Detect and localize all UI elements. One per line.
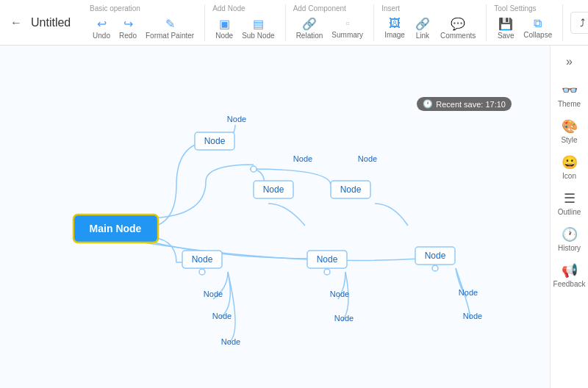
branch-dot-1 [251,166,257,172]
sidebar-item-history[interactable]: 🕐 History [553,222,586,256]
image-label: Image [384,31,405,39]
leaf-l2-1: Node [330,290,349,298]
header-right: ⤴ Share ⬆ Export [570,12,588,34]
image-icon: 🖼 [389,17,401,30]
right-sidebar: » 👓 Theme 🎨 Style 😀 Icon ☰ Outline 🕐 His… [550,46,588,388]
redo-icon: ↪ [123,17,133,31]
toolbar-group-add-node: Add Node ▣ Node ▤ Sub Node [212,4,285,41]
child-node-1-text: Node [263,184,284,195]
icon-icon: 😀 [562,154,578,170]
redo-label: Redo [119,32,137,40]
toolbar-group-basic: Basic operation ↩ Undo ↪ Redo ✎ Format P… [90,4,205,41]
leaf-label-upper-mid: Node [293,154,312,163]
toolbar-group-label-basic: Basic operation [90,4,140,12]
outline-label: Outline [558,208,581,216]
toolbar-group-add-component: Add Component 🔗 Relation ▫ Summary [293,4,375,41]
recent-save-text: Recent save: 17:10 [436,100,506,109]
link-icon: 🔗 [415,17,430,31]
leaf-l1-2: Node [212,312,232,320]
history-label: History [558,244,581,252]
undo-label: Undo [93,32,110,40]
relation-button[interactable]: 🔗 Relation [293,15,326,41]
header: ← Untitled Basic operation ↩ Undo ↪ Redo… [0,0,588,46]
theme-icon: 👓 [562,82,578,98]
main-node-text: Main Node [90,223,142,234]
save-icon: 💾 [498,17,513,31]
format-painter-label: Format Painter [146,32,194,40]
add-node-button[interactable]: ▣ Node [212,15,236,41]
leaf-l3-1: Node [459,288,478,297]
relation-icon: 🔗 [302,17,317,31]
theme-label: Theme [558,100,581,108]
link-button[interactable]: 🔗 Link [411,15,434,41]
sidebar-item-theme[interactable]: 👓 Theme [553,78,586,112]
comments-label: Comments [440,32,476,40]
sub-node-label: Sub Node [242,32,274,40]
leaf-l2-2: Node [334,314,354,323]
format-painter-button[interactable]: ✎ Format Painter [143,15,197,41]
style-label: Style [561,136,577,144]
history-icon: 🕐 [562,226,578,242]
toolbar-group-label-add-component: Add Component [293,4,346,12]
sidebar-item-feedback[interactable]: 📢 Feedback [553,258,586,292]
toolbar-items-basic: ↩ Undo ↪ Redo ✎ Format Painter [90,15,197,41]
sidebar-item-outline[interactable]: ☰ Outline [553,186,586,220]
undo-icon: ↩ [97,17,107,31]
toolbar-items-add-component: 🔗 Relation ▫ Summary [293,15,367,41]
recent-save-badge: 🕐 Recent save: 17:10 [417,97,512,111]
sub-node-icon: ▤ [253,17,264,31]
comments-button[interactable]: 💬 Comments [437,15,478,41]
leaf-l1-3: Node [221,337,240,346]
save-button[interactable]: 💾 Save [494,15,517,41]
toolbar-group-insert: Insert 🖼 Image 🔗 Link 💬 Comments [381,4,487,41]
summary-button[interactable]: ▫ Summary [329,15,366,40]
recent-save-icon: 🕐 [423,99,433,109]
link-label: Link [416,32,429,40]
collapse-icon: ⧉ [534,17,542,30]
toolbar-group-label-insert: Insert [381,4,400,12]
lower-node-2-text: Node [317,254,338,265]
canvas[interactable]: 🕐 Recent save: 17:10 [0,46,550,388]
toolbar-group-label-add-node: Add Node [212,4,245,12]
share-icon: ⤴ [580,17,585,29]
child-node-2-text: Node [340,184,362,195]
node-icon: ▣ [219,17,230,31]
lower-node-3-text: Node [425,251,446,261]
upper-node-text: Node [204,136,226,146]
style-icon: 🎨 [562,118,578,134]
format-painter-icon: ✎ [165,17,175,31]
lower-node-1-text: Node [192,254,213,265]
leaf-label-upper-right: Node [358,154,377,163]
share-button[interactable]: ⤴ Share [570,12,588,34]
page-title: Untitled [31,16,75,29]
main-area: 🕐 Recent save: 17:10 [0,46,588,388]
sidebar-collapse-button[interactable]: » [556,51,583,72]
toolbar-items-add-node: ▣ Node ▤ Sub Node [212,15,277,41]
leaf-text-top: Node [227,115,246,123]
node-label: Node [215,32,233,40]
icon-label: Icon [562,172,576,180]
redo-button[interactable]: ↪ Redo [116,15,140,41]
feedback-icon: 📢 [562,262,578,279]
summary-icon: ▫ [345,17,350,30]
summary-label: Summary [331,31,363,39]
outline-icon: ☰ [564,190,576,206]
toolbar-items-tool-settings: 💾 Save ⧉ Collapse [494,15,555,41]
undo-button[interactable]: ↩ Undo [90,15,113,41]
leaf-l3-2: Node [463,312,482,320]
add-sub-node-button[interactable]: ▤ Sub Node [239,15,277,41]
comments-icon: 💬 [451,17,465,31]
back-button[interactable]: ← [6,13,26,32]
save-label: Save [498,32,514,40]
collapse-button[interactable]: ⧉ Collapse [520,15,555,40]
sidebar-item-style[interactable]: 🎨 Style [553,114,586,148]
sidebar-item-icon[interactable]: 😀 Icon [553,150,586,184]
toolbar-group-tool-settings: Tool Settings 💾 Save ⧉ Collapse [494,4,563,41]
relation-label: Relation [296,32,323,40]
lower-dot-3 [432,265,438,271]
toolbar-group-label-tool-settings: Tool Settings [494,4,536,12]
image-button[interactable]: 🖼 Image [381,15,408,40]
toolbar-items-insert: 🖼 Image 🔗 Link 💬 Comments [381,15,478,41]
collapse-label: Collapse [523,31,552,39]
lower-dot-1 [199,269,205,275]
